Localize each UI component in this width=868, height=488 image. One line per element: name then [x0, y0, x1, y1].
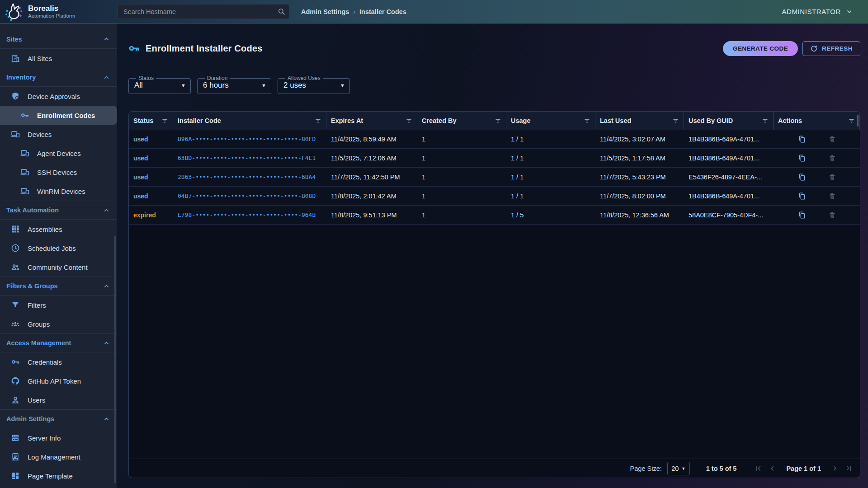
sidebar-item-assemblies[interactable]: Assemblies	[0, 220, 117, 239]
table-row: used 2B63-••••-••••-••••-••••-••••-••••-…	[129, 168, 860, 187]
page-size-label: Page Size:	[630, 465, 662, 472]
breadcrumb-current[interactable]: Installer Codes	[359, 8, 406, 15]
section-admin-settings[interactable]: Admin Settings	[0, 409, 117, 428]
refresh-icon	[810, 45, 818, 52]
filter-icon[interactable]	[762, 117, 769, 124]
section-task-automation[interactable]: Task Automation	[0, 201, 117, 220]
sidebar-item-ssh-devices[interactable]: SSH Devices	[0, 163, 117, 182]
sidebar-scrollbar[interactable]	[114, 236, 116, 483]
status-filter-value: All	[134, 81, 143, 90]
last-used-cell: 11/7/2025, 5:43:23 PM	[595, 168, 684, 186]
filter-icon[interactable]	[672, 117, 679, 124]
filter-icon[interactable]	[406, 117, 412, 124]
copy-button[interactable]	[798, 173, 806, 181]
funnel-icon	[11, 300, 20, 310]
page-size-select[interactable]: 20 ▼	[667, 462, 690, 475]
installer-code[interactable]: 2B63-••••-••••-••••-••••-••••-••••-6BA4	[178, 174, 316, 180]
delete-button[interactable]	[829, 211, 836, 219]
sidebar-item-agent-devices[interactable]: Agent Devices	[0, 144, 117, 163]
generate-code-button[interactable]: GENERATE CODE	[723, 41, 798, 56]
refresh-button[interactable]: REFRESH	[802, 41, 860, 56]
delete-button[interactable]	[829, 174, 836, 181]
sidebar-item-github-api-token[interactable]: GitHub API Token	[0, 371, 117, 390]
column-header-last-used[interactable]: Last Used	[595, 112, 684, 130]
section-inventory[interactable]: Inventory	[0, 68, 117, 87]
delete-button[interactable]	[829, 192, 836, 200]
sidebar-item-devices[interactable]: Devices	[0, 125, 117, 144]
expires-at-cell: 11/8/2025, 9:51:13 PM	[326, 206, 417, 224]
sidebar-item-credentials[interactable]: Credentials	[0, 352, 117, 371]
sidebar-item-filters[interactable]: Filters	[0, 296, 117, 314]
sidebar-item-scheduled-jobs[interactable]: Scheduled Jobs	[0, 239, 117, 258]
installer-code[interactable]: 63BD-••••-••••-••••-••••-••••-••••-F4E1	[178, 155, 316, 161]
installer-code[interactable]: B96A-••••-••••-••••-••••-••••-••••-80FD	[178, 136, 316, 142]
sidebar-item-winrm-devices[interactable]: WinRM Devices	[0, 182, 117, 201]
delete-button[interactable]	[829, 155, 836, 162]
created-by-cell: 1	[417, 149, 506, 167]
key-icon	[11, 357, 20, 366]
page-info-text: Page 1 of 1	[786, 465, 821, 472]
table-row: used 63BD-••••-••••-••••-••••-••••-••••-…	[129, 149, 860, 168]
trash-icon	[829, 211, 836, 219]
first-page-button[interactable]	[755, 465, 762, 472]
column-header-installer-code[interactable]: Installer Code	[173, 112, 326, 130]
last-used-cell: 11/8/2025, 12:36:56 AM	[595, 206, 684, 224]
filter-icon[interactable]	[315, 117, 321, 124]
sidebar-item-community-content[interactable]: Community Content	[0, 258, 117, 277]
filter-icon[interactable]	[584, 117, 590, 124]
brand-name: Borealis	[28, 5, 75, 13]
clock-icon	[11, 244, 20, 253]
trash-icon	[829, 174, 836, 181]
delete-button[interactable]	[829, 136, 836, 143]
building-icon	[11, 54, 20, 63]
devices-icon	[20, 168, 29, 177]
codes-table-card: Status Installer Code Expires At Created…	[128, 111, 860, 478]
column-header-usage[interactable]: Usage	[506, 112, 595, 130]
section-sites[interactable]: Sites	[0, 30, 117, 49]
filter-icon[interactable]	[495, 117, 501, 124]
breadcrumb-parent[interactable]: Admin Settings	[301, 8, 349, 15]
expires-at-cell: 11/5/2025, 7:12:06 AM	[326, 149, 417, 167]
duration-filter-select[interactable]: Duration 6 hours▼	[197, 75, 271, 94]
copy-button[interactable]	[798, 154, 806, 162]
sidebar-item-page-template[interactable]: Page Template	[0, 466, 117, 485]
copy-icon	[798, 192, 806, 200]
sidebar-item-enrollment-codes[interactable]: Enrollment Codes	[0, 106, 117, 125]
next-page-button[interactable]	[831, 465, 839, 472]
topbar: Borealis Automation Platform Admin Setti…	[0, 0, 868, 23]
status-filter-select[interactable]: Status All▼	[128, 75, 191, 94]
installer-code[interactable]: 04B7-••••-••••-••••-••••-••••-••••-B08D	[178, 192, 316, 199]
copy-button[interactable]	[798, 211, 806, 219]
column-header-created-by[interactable]: Created By	[417, 112, 506, 130]
column-header-status[interactable]: Status	[129, 112, 173, 130]
sidebar-item-server-info[interactable]: Server Info	[0, 428, 117, 447]
last-page-button[interactable]	[845, 465, 853, 472]
chevron-right-icon	[831, 465, 839, 472]
filter-icon[interactable]	[848, 117, 855, 124]
sidebar-item-groups[interactable]: Groups	[0, 314, 117, 333]
sidebar-item-device-approvals[interactable]: Device Approvals	[0, 87, 117, 106]
column-header-used-by-guid[interactable]: Used By GUID	[684, 112, 774, 130]
copy-button[interactable]	[798, 135, 806, 143]
column-header-expires-at[interactable]: Expires At	[326, 112, 417, 130]
filter-icon[interactable]	[161, 117, 168, 124]
duration-filter-value: 6 hours	[203, 81, 229, 90]
section-filters-groups[interactable]: Filters & Groups	[0, 277, 117, 296]
section-access-management[interactable]: Access Management	[0, 333, 117, 352]
user-menu[interactable]: ADMINISTRATOR	[782, 8, 868, 15]
allowed-uses-filter-value: 2 uses	[283, 81, 306, 90]
search-input[interactable]	[118, 4, 289, 19]
sidebar-item-log-management[interactable]: Log Management	[0, 447, 117, 466]
sidebar-item-all-sites[interactable]: All Sites	[0, 49, 117, 68]
copy-button[interactable]	[798, 192, 806, 200]
table-row: used 04B7-••••-••••-••••-••••-••••-••••-…	[129, 187, 860, 206]
chevron-up-icon	[103, 340, 110, 347]
allowed-uses-filter-select[interactable]: Allowed Uses 2 uses▼	[278, 75, 350, 94]
sidebar-item-users[interactable]: Users	[0, 390, 117, 409]
installer-code[interactable]: E798-••••-••••-••••-••••-••••-••••-964B	[178, 211, 316, 218]
table-scrollbar[interactable]	[857, 115, 859, 127]
column-header-actions[interactable]: Actions	[774, 112, 860, 130]
chevron-down-icon	[846, 8, 853, 15]
previous-page-button[interactable]	[769, 465, 776, 472]
table-row: used B96A-••••-••••-••••-••••-••••-••••-…	[129, 130, 860, 149]
